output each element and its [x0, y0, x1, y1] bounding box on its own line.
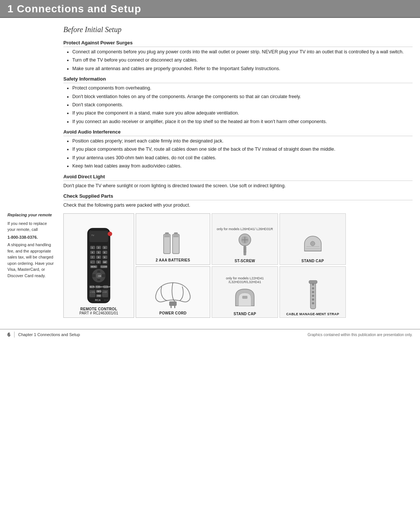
svg-text:MENU: MENU [91, 266, 97, 268]
svg-point-79 [312, 283, 314, 286]
stand-top-row: only for models L26HD41/ L26HD31R [212, 213, 346, 265]
svg-text:MUTE: MUTE [90, 286, 95, 288]
svg-text:INP: INP [103, 261, 107, 263]
subsection-safety: Safety Information Protect components fr… [63, 76, 413, 125]
list-item: Protect components from overheating. [72, 85, 413, 92]
subsection-parts: Check Supplied Parts Check that the foll… [63, 193, 413, 318]
cable-strap-label: CABLE MANAGE-MENT STRAP [286, 312, 339, 316]
part-batteries: 2 AAA BATTERIES [136, 213, 210, 265]
stand-bottom-row: only for models L22HD41 /L32HD31R/L32HD4… [212, 266, 346, 318]
battery-icon [163, 230, 183, 256]
svg-rect-62 [173, 235, 179, 237]
page-header: 1 Connections and Setup [0, 0, 420, 18]
subsection-light: Avoid Direct Light Don't place the TV wh… [63, 174, 413, 189]
svg-point-81 [312, 291, 314, 293]
cable-strap-icon [304, 280, 321, 310]
part-stand-cap-bottom: only for models L22HD41 /L32HD31R/L32HD4… [212, 266, 278, 318]
subsection-header-light: Avoid Direct Light [63, 174, 413, 181]
power-cord-label: POWER CORD [160, 311, 187, 315]
parts-intro: Check that the following parts were pack… [63, 202, 413, 209]
svg-point-74 [310, 241, 315, 246]
middle-column: 2 AAA BATTERIES [136, 213, 210, 318]
part-cable-strap: CABLE MANAGE-MENT STRAP [280, 266, 346, 318]
list-item: Keep twin lead cables away from audio/vi… [72, 163, 413, 170]
part-st-screw: only for models L26HD41/ L26HD31R [212, 213, 278, 265]
svg-point-80 [312, 287, 314, 289]
svg-text:RC24...: RC24... [104, 299, 110, 301]
part-remote: TV 1 2 3 4 [63, 213, 134, 318]
list-item: If your antenna uses 300-ohm twin lead c… [72, 154, 413, 162]
svg-text:•: • [91, 261, 92, 263]
subsection-protect: Protect Against Power Surges Connect all… [63, 40, 413, 72]
sidebar-text1: If you need to replace your remote, call [7, 220, 55, 233]
stand-cap-bottom-icon [232, 285, 258, 310]
batteries-label: 2 AAA BATTERIES [156, 258, 190, 262]
power-cord-svg [151, 279, 195, 309]
part-power-cord: POWER CORD [136, 266, 210, 318]
sidebar-phone: 1-800-338-0376. [7, 234, 55, 241]
subsection-audio: Avoid Audio Interference Position cables… [63, 129, 413, 170]
list-item: Don't block ventilation holes on any of … [72, 93, 413, 100]
remote-control-icon: TV 1 2 3 4 [82, 226, 116, 305]
svg-rect-58 [165, 232, 169, 235]
svg-rect-70 [244, 246, 246, 255]
footer-page-number: 6 [7, 332, 15, 338]
list-safety: Protect components from overheating. Don… [63, 85, 413, 125]
svg-rect-35 [92, 274, 96, 277]
svg-rect-61 [174, 232, 178, 235]
svg-point-83 [312, 298, 314, 301]
svg-rect-85 [309, 280, 317, 283]
subsection-header-protect: Protect Against Power Surges [63, 40, 413, 47]
svg-point-3 [108, 232, 112, 236]
list-item: Position cables properly; insert each ca… [72, 138, 413, 145]
section-title: Before Initial Setup [63, 25, 413, 34]
st-screw-label: ST-SCREW [234, 259, 255, 263]
svg-text:INFO: INFO [97, 290, 101, 292]
right-column: only for models L26HD41/ L26HD31R [212, 213, 346, 318]
svg-rect-36 [102, 274, 105, 277]
stand-cap-bottom-only-label: only for models L22HD41 /L32HD31R/L32HD4… [214, 276, 276, 284]
screw-icon [235, 232, 255, 257]
svg-text:CC/SAP: CC/SAP [104, 286, 111, 288]
list-item: Don't stack components. [72, 101, 413, 109]
page-footer: 6 Chapter 1 Connections and Setup Graphi… [0, 329, 420, 340]
svg-text:FAV: FAV [97, 295, 101, 297]
parts-grid: TV 1 2 3 4 [63, 213, 413, 318]
svg-point-82 [312, 295, 314, 297]
svg-text:TV: TV [91, 234, 94, 236]
footer-chapter-text: Chapter 1 Connections and Setup [18, 332, 80, 337]
svg-rect-63 [169, 301, 177, 306]
batteries-svg [163, 230, 183, 256]
svg-rect-77 [242, 296, 247, 299]
svg-rect-59 [164, 235, 170, 237]
direct-light-text: Don't place the TV where sunlight or roo… [63, 182, 413, 189]
list-item: Make sure all antennas and cables are pr… [72, 65, 413, 72]
list-item: Connect all components before you plug a… [72, 48, 413, 56]
sidebar-text2: A shipping and handling fee, and the app… [7, 242, 55, 279]
svg-rect-1 [89, 231, 108, 242]
list-protect: Connect all components before you plug a… [63, 48, 413, 72]
st-screw-only-label: only for models L26HD41/ L26HD31R [217, 227, 273, 231]
sidebar-replacing-title: Replacing your remote [7, 212, 55, 218]
remote-label: REMOTE CONTROL PART # RC2463001/01 [79, 305, 118, 315]
stand-cap-bottom-label: STAND CAP [234, 312, 256, 316]
page-body: Replacing your remote If you need to rep… [0, 18, 420, 325]
list-item: Turn off the TV before you connect or di… [72, 57, 413, 64]
stand-cap-top-icon [299, 232, 327, 257]
footer-graphics-note: Graphics contained within this publicati… [307, 333, 413, 337]
sidebar: Replacing your remote If you need to rep… [0, 18, 60, 325]
list-item: If you place the component in a stand, m… [72, 110, 413, 117]
svg-text:RCA: RCA [95, 299, 101, 301]
list-item: If you place components above the TV, ro… [72, 146, 413, 153]
list-audio: Position cables properly; insert each ca… [63, 138, 413, 170]
page-title: 1 Connections and Setup [7, 3, 413, 15]
subsection-header-safety: Safety Information [63, 76, 413, 83]
svg-point-84 [312, 302, 314, 304]
svg-text:OK: OK [98, 275, 101, 277]
subsection-header-parts: Check Supplied Parts [63, 193, 413, 200]
svg-text:CLEAR: CLEAR [101, 266, 107, 268]
svg-text:+ CH: + CH [102, 291, 107, 293]
svg-text:+ VOL: + VOL [90, 291, 95, 293]
stand-cap-top-label: STAND CAP [301, 259, 324, 263]
list-item: If you connect an audio receiver or ampl… [72, 118, 413, 125]
